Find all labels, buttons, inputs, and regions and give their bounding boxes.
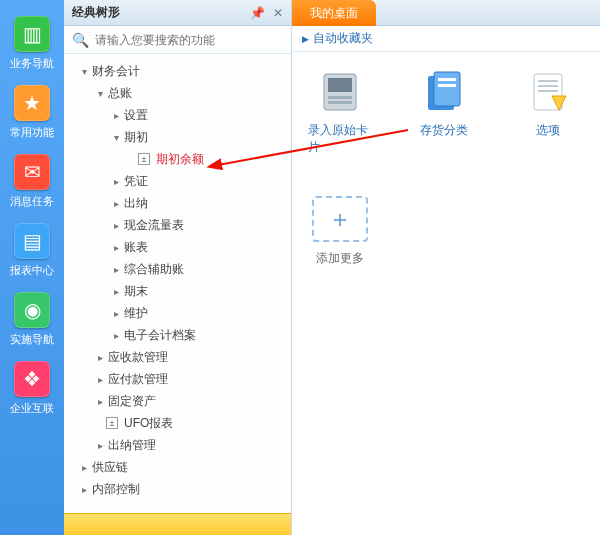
tree-label: UFO报表 [122,415,173,432]
enter-card-label: 录入原始卡片 [308,122,372,156]
twisty-icon: ▸ [78,484,90,495]
tree-voucher[interactable]: ▸凭证 [72,170,287,192]
tree-ap[interactable]: ▸应付款管理 [72,368,287,390]
twisty-icon: ▸ [94,352,106,363]
desktop-options[interactable]: 选项 [516,70,580,156]
iconbar-common[interactable]: ★ 常用功能 [10,85,54,140]
ent-label: 企业互联 [10,401,54,416]
content-header: 我的桌面 [292,0,600,26]
twisty-icon: ▸ [94,396,106,407]
tree-label: 设置 [122,107,148,124]
tree-ic[interactable]: ▸内部控制 [72,478,287,500]
iconbar-msg-tasks[interactable]: ✉ 消息任务 [10,154,54,209]
iconbar-ent[interactable]: ❖ 企业互联 [10,361,54,416]
ent-icon: ❖ [14,361,50,397]
common-icon: ★ [14,85,50,121]
tree-cash-mgt[interactable]: ▸出纳管理 [72,434,287,456]
twisty-icon: ▸ [94,374,106,385]
options-icon [526,70,570,114]
tree-label: 现金流量表 [122,217,184,234]
nav-tree: ▾财务会计▾总账▸设置▾期初±期初余额▸凭证▸出纳▸现金流量表▸账表▸综合辅助账… [64,54,291,513]
twisty-icon: ▸ [110,264,122,275]
tree-ufo[interactable]: ±UFO报表 [72,412,287,434]
tree-cashflow[interactable]: ▸现金流量表 [72,214,287,236]
bottom-tab-strip[interactable] [64,513,291,535]
tree-label: 总账 [106,85,132,102]
tab-desktop[interactable]: 我的桌面 [292,0,376,26]
tree-earchive[interactable]: ▸电子会计档案 [72,324,287,346]
tree-label: 维护 [122,305,148,322]
add-more-button[interactable]: ＋ [312,196,368,242]
msg-tasks-label: 消息任务 [10,194,54,209]
panel-header: 经典树形 📌 ✕ [64,0,291,26]
iconbar-biz-nav[interactable]: ▥ 业务导航 [10,16,54,71]
biz-nav-icon: ▥ [14,16,50,52]
svg-rect-9 [538,80,558,82]
tree-settings[interactable]: ▸设置 [72,104,287,126]
twisty-icon: ▸ [110,198,122,209]
svg-rect-10 [538,85,558,87]
tree-label: 应付款管理 [106,371,168,388]
tree-maintain[interactable]: ▸维护 [72,302,287,324]
report-icon: ▤ [14,223,50,259]
desktop-row: 录入原始卡片 存货分类 选项 [308,70,584,156]
tree-aux[interactable]: ▸综合辅助账 [72,258,287,280]
tree-label: 电子会计档案 [122,327,196,344]
favorites-label: 自动收藏夹 [313,30,373,47]
desktop-enter-card[interactable]: 录入原始卡片 [308,70,372,156]
favorites-bar[interactable]: ▶ 自动收藏夹 [292,26,600,52]
report-label: 报表中心 [10,263,54,278]
search-icon: 🔍 [72,32,89,48]
tree-label: 出纳 [122,195,148,212]
svg-rect-3 [328,101,352,104]
twisty-icon: ▸ [110,308,122,319]
svg-rect-5 [434,72,460,106]
add-more-label: 添加更多 [316,250,364,267]
svg-rect-7 [438,84,456,87]
common-label: 常用功能 [10,125,54,140]
left-iconbar: ▥ 业务导航★ 常用功能✉ 消息任务▤ 报表中心◉ 实施导航❖ 企业互联 [0,0,64,535]
twisty-icon: ▾ [78,66,90,77]
twisty-icon: ▸ [110,242,122,253]
tree-label: 财务会计 [90,63,140,80]
impl-label: 实施导航 [10,332,54,347]
svg-rect-6 [438,78,456,81]
content-area: 我的桌面 ▶ 自动收藏夹 录入原始卡片 存货分类 选项 ＋ 添加更多 [292,0,600,535]
search-input[interactable] [95,33,283,47]
msg-tasks-icon: ✉ [14,154,50,190]
pin-icon[interactable]: 📌 [250,6,265,20]
iconbar-impl[interactable]: ◉ 实施导航 [10,292,54,347]
chevron-right-icon: ▶ [302,34,309,44]
tree-ar[interactable]: ▸应收款管理 [72,346,287,368]
tree-scm[interactable]: ▸供应链 [72,456,287,478]
stock-cat-icon [422,70,466,114]
twisty-icon: ▸ [110,220,122,231]
tree-fa[interactable]: ▸固定资产 [72,390,287,412]
svg-rect-2 [328,96,352,99]
doc-icon: ± [138,153,150,165]
iconbar-report[interactable]: ▤ 报表中心 [10,223,54,278]
tree-period-end[interactable]: ▸期末 [72,280,287,302]
tree-label: 供应链 [90,459,128,476]
tree-opening-balance[interactable]: ±期初余额 [72,148,287,170]
tree-gl[interactable]: ▾总账 [72,82,287,104]
stock-cat-label: 存货分类 [420,122,468,139]
tree-financial[interactable]: ▾财务会计 [72,60,287,82]
twisty-icon: ▾ [94,88,106,99]
desktop-stock-cat[interactable]: 存货分类 [412,70,476,156]
svg-rect-11 [538,90,558,92]
twisty-icon: ▸ [110,330,122,341]
tree-opening[interactable]: ▾期初 [72,126,287,148]
tree-label: 内部控制 [90,481,140,498]
twisty-icon: ▾ [110,132,122,143]
tree-cashier[interactable]: ▸出纳 [72,192,287,214]
twisty-icon: ▸ [78,462,90,473]
search-bar: 🔍 [64,26,291,54]
tab-bar-rest [376,0,600,26]
tree-label: 综合辅助账 [122,261,184,278]
desktop: 录入原始卡片 存货分类 选项 ＋ 添加更多 [292,52,600,535]
svg-rect-1 [328,78,352,92]
tree-books[interactable]: ▸账表 [72,236,287,258]
twisty-icon: ▸ [110,176,122,187]
close-icon[interactable]: ✕ [273,6,283,20]
